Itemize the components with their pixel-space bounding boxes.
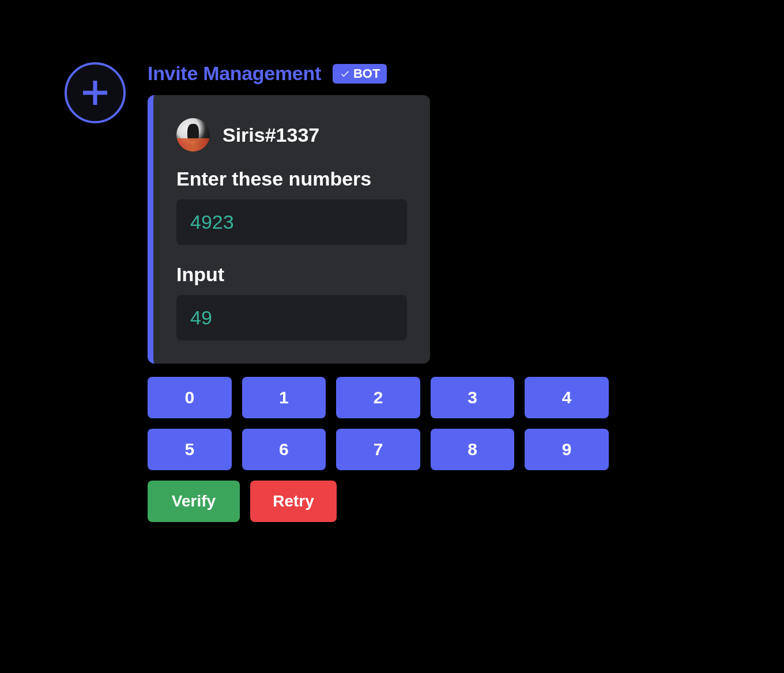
bot-badge-label: BOT [353, 66, 380, 81]
plus-icon [79, 77, 111, 109]
number-keypad: 0 1 2 3 4 5 6 7 8 9 [148, 377, 609, 470]
avatar [176, 118, 210, 152]
num-button-7[interactable]: 7 [336, 429, 420, 470]
bot-name: Invite Management [148, 62, 321, 85]
num-button-9[interactable]: 9 [525, 429, 609, 470]
author-name: Siris#1337 [223, 124, 319, 146]
input-value-box: 49 [176, 295, 407, 341]
num-button-8[interactable]: 8 [431, 429, 515, 470]
embed-author: Siris#1337 [176, 118, 407, 152]
num-button-0[interactable]: 0 [148, 377, 232, 418]
keypad-row-2: 5 6 7 8 9 [148, 429, 609, 470]
target-value: 4923 [190, 211, 234, 233]
num-button-3[interactable]: 3 [431, 377, 515, 418]
input-label: Input [176, 263, 407, 286]
input-value: 49 [190, 307, 212, 328]
verify-button[interactable]: Verify [148, 481, 240, 522]
num-button-6[interactable]: 6 [242, 429, 326, 470]
retry-button[interactable]: Retry [250, 481, 337, 522]
num-button-2[interactable]: 2 [336, 377, 420, 418]
captcha-embed: Siris#1337 Enter these numbers 4923 Inpu… [148, 95, 430, 364]
check-icon [340, 69, 350, 79]
keypad-row-1: 0 1 2 3 4 [148, 377, 609, 418]
num-button-1[interactable]: 1 [242, 377, 326, 418]
bot-badge: BOT [333, 64, 387, 84]
action-row: Verify Retry [148, 481, 337, 522]
target-value-box: 4923 [176, 199, 407, 245]
add-server-icon[interactable] [65, 62, 126, 123]
num-button-5[interactable]: 5 [148, 429, 232, 470]
num-button-4[interactable]: 4 [525, 377, 609, 418]
target-label: Enter these numbers [176, 168, 407, 190]
message-header: Invite Management BOT [148, 62, 387, 85]
